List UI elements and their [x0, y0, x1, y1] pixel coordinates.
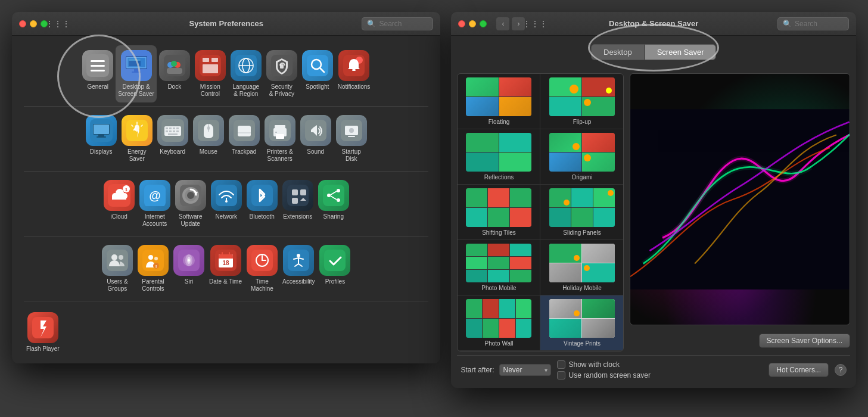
ss-search[interactable]: 🔍 Search: [777, 17, 849, 30]
pref-item-parental[interactable]: ! ParentalControls: [135, 240, 171, 297]
ss-item-reflections[interactable]: Reflections: [458, 129, 540, 185]
ss-item-flipup[interactable]: Flip-up: [540, 74, 623, 129]
ss-item-vintage[interactable]: Vintage Prints: [540, 295, 623, 351]
ss-thumb-photowall: [466, 299, 531, 338]
screen-saver-options-button[interactable]: Screen Saver Options...: [759, 334, 850, 348]
svg-rect-63: [275, 125, 285, 130]
ss-start-after-select[interactable]: Never 1 minute 2 minutes 5 minutes 10 mi…: [499, 364, 551, 376]
ss-random-checkbox[interactable]: [557, 371, 565, 379]
ss-label-floating: Floating: [489, 119, 510, 125]
divider-1: [24, 106, 428, 107]
search-icon: 🔍: [367, 20, 376, 28]
pref-item-security[interactable]: Security& Privacy: [264, 45, 300, 102]
svg-rect-46: [169, 127, 172, 129]
pref-item-internet[interactable]: @ InternetAccounts: [137, 175, 173, 232]
sysprefs-search[interactable]: 🔍 Search: [362, 17, 433, 30]
system-preferences-window: ⋮⋮⋮ System Preferences 🔍 Search Genera: [12, 12, 440, 363]
pref-item-timemachine[interactable]: TimeMachine: [244, 240, 280, 297]
svg-point-97: [119, 255, 123, 260]
ss-preview-svg: [630, 74, 850, 325]
pref-item-language[interactable]: Language& Region: [228, 45, 264, 102]
pref-item-mission[interactable]: MissionControl: [192, 45, 228, 102]
pref-item-mouse[interactable]: Mouse: [191, 110, 226, 167]
ss-maximize-button[interactable]: [480, 20, 487, 27]
pref-item-keyboard[interactable]: Keyboard: [155, 110, 191, 167]
pref-label-mouse: Mouse: [200, 148, 217, 155]
ss-minimize-button[interactable]: [469, 20, 476, 27]
help-button[interactable]: ?: [835, 364, 847, 376]
pref-item-energy[interactable]: EnergySaver: [119, 110, 155, 167]
ss-random-label: Use random screen saver: [569, 371, 651, 379]
pref-item-desktop[interactable]: Desktop &Screen Saver: [116, 45, 157, 102]
pref-item-datetime[interactable]: 18 Date & Time: [207, 240, 244, 297]
displays-icon: [90, 119, 113, 142]
ss-thumb-vintage: [549, 299, 615, 338]
pref-row-flash: Flash Player: [18, 305, 434, 360]
pref-item-spotlight[interactable]: Spotlight: [300, 45, 335, 102]
ss-item-photomobile[interactable]: Photo Mobile: [458, 240, 540, 295]
ss-label-flipup: Flip-up: [573, 119, 592, 125]
ss-item-holidaymobile[interactable]: Holiday Mobile: [540, 240, 623, 295]
pref-item-network[interactable]: Network: [209, 175, 244, 232]
ss-item-photowall[interactable]: Photo Wall: [458, 295, 540, 351]
ss-close-button[interactable]: [458, 20, 465, 27]
ss-item-floating[interactable]: Floating: [458, 74, 540, 129]
dock-icon: [164, 55, 185, 76]
svg-rect-45: [166, 127, 168, 129]
pref-item-users[interactable]: Users &Groups: [99, 240, 135, 297]
pref-item-general[interactable]: General: [80, 45, 116, 102]
svg-point-92: [337, 198, 340, 202]
close-button[interactable]: [19, 20, 26, 27]
pref-label-desktop: Desktop &Screen Saver: [118, 83, 154, 98]
pref-item-icloud[interactable]: 1 iCloud: [101, 175, 137, 232]
ss-clock-checkbox[interactable]: [557, 360, 565, 369]
ss-label-shifting: Shifting Tiles: [482, 229, 516, 236]
pref-item-startup[interactable]: StartupDisk: [334, 110, 369, 167]
pref-item-notifications[interactable]: Notifications: [335, 45, 372, 102]
pref-item-siri[interactable]: Siri: [171, 240, 207, 297]
ss-item-shifting[interactable]: Shifting Tiles: [458, 185, 540, 240]
pref-item-bluetooth[interactable]: Bluetooth: [244, 175, 280, 232]
pref-label-softupdate: SoftwareUpdate: [179, 213, 202, 228]
minimize-button[interactable]: [30, 20, 37, 27]
back-button[interactable]: ‹: [496, 17, 509, 30]
parental-controls-icon: !: [142, 250, 164, 271]
pref-item-trackpad[interactable]: Trackpad: [226, 110, 262, 167]
hot-corners-button[interactable]: Hot Corners...: [769, 363, 829, 377]
pref-item-displays[interactable]: Displays: [83, 110, 119, 167]
tab-desktop[interactable]: Desktop: [591, 44, 645, 60]
tab-screensaver[interactable]: Screen Saver: [645, 44, 717, 60]
svg-text:!: !: [155, 264, 157, 269]
svg-rect-87: [300, 189, 306, 195]
pref-item-softupdate[interactable]: SoftwareUpdate: [173, 175, 209, 232]
pref-label-security: Security& Privacy: [269, 83, 294, 98]
pref-label-general: General: [87, 83, 108, 91]
svg-rect-86: [292, 189, 298, 195]
pref-label-printers: Printers &Scanners: [267, 148, 293, 163]
svg-point-120: [297, 254, 300, 257]
ss-traffic-lights: [458, 20, 487, 27]
ss-item-sliding[interactable]: Sliding Panels: [540, 185, 623, 240]
search-placeholder: Search: [379, 20, 402, 28]
pref-item-flash[interactable]: Flash Player: [24, 307, 62, 357]
pref-item-accessibility[interactable]: Accessibility: [280, 240, 317, 297]
ss-item-origami[interactable]: Origami: [540, 129, 623, 185]
pref-label-parental: ParentalControls: [142, 278, 164, 292]
svg-point-91: [337, 189, 340, 192]
pref-item-extensions[interactable]: Extensions: [280, 175, 316, 232]
pref-item-profiles[interactable]: Profiles: [317, 240, 353, 297]
keyboard-icon: [161, 119, 184, 142]
pref-row-1: General Desktop &Scr: [18, 45, 434, 102]
ss-random-option: Use random screen saver: [557, 371, 763, 379]
ss-grid-icon[interactable]: ⋮⋮⋮: [528, 17, 542, 30]
svg-rect-95: [107, 250, 128, 271]
pref-item-sound[interactable]: Sound: [298, 110, 334, 167]
grid-view-icon[interactable]: ⋮⋮⋮: [51, 17, 64, 30]
pref-item-dock[interactable]: Dock: [157, 45, 192, 102]
pref-item-printers[interactable]: Printers &Scanners: [262, 110, 298, 167]
svg-rect-20: [203, 64, 218, 73]
svg-rect-52: [176, 130, 179, 132]
ss-start-after: Start after: Never 1 minute 2 minutes 5 …: [461, 364, 550, 376]
pref-item-sharing[interactable]: Sharing: [316, 175, 351, 232]
svg-point-99: [148, 255, 153, 260]
